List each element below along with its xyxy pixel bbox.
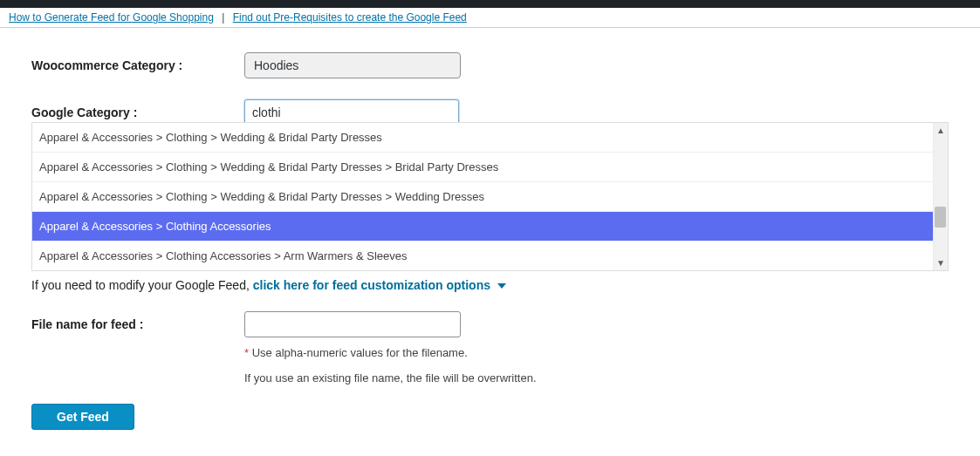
help-linkbar: How to Generate Feed for Google Shopping… [0, 8, 980, 28]
get-feed-button[interactable]: Get Feed [31, 404, 134, 430]
link-prerequisites[interactable]: Find out Pre-Requisites to create the Go… [233, 11, 467, 24]
row-filename: File name for feed : [31, 311, 949, 337]
filename-hint-1: * Use alpha-numeric values for the filen… [244, 346, 949, 359]
filename-input[interactable] [244, 311, 461, 337]
label-filename: File name for feed : [31, 317, 244, 331]
woocommerce-category-field[interactable]: Hoodies [244, 52, 461, 78]
hint-1-text: Use alpha-numeric values for the filenam… [249, 346, 468, 359]
chevron-down-icon[interactable] [497, 283, 506, 289]
google-category-dropdown: Apparel & Accessories > Clothing > Weddi… [31, 122, 949, 271]
dropdown-item[interactable]: Apparel & Accessories > Clothing > Weddi… [32, 153, 933, 182]
dropdown-item[interactable]: Apparel & Accessories > Clothing Accesso… [32, 212, 933, 242]
scroll-down-icon[interactable]: ▼ [934, 255, 949, 270]
feed-customization-link[interactable]: click here for feed customization option… [253, 278, 490, 292]
modify-feed-lead: If you need to modify your Google Feed, [31, 278, 253, 292]
separator: | [222, 11, 224, 24]
scroll-up-icon[interactable]: ▲ [934, 123, 949, 138]
link-how-to-generate[interactable]: How to Generate Feed for Google Shopping [9, 11, 214, 24]
admin-topbar [0, 0, 980, 8]
dropdown-item[interactable]: Apparel & Accessories > Clothing > Weddi… [32, 182, 933, 212]
scroll-thumb[interactable] [935, 207, 946, 228]
filename-hint-2: If you use an existing file name, the fi… [244, 371, 949, 385]
scrollbar[interactable]: ▲ ▼ [933, 123, 948, 270]
label-woocommerce-category: Woocommerce Category : [31, 58, 244, 72]
form-content: Woocommerce Category : Hoodies Google Ca… [0, 28, 980, 447]
label-google-category: Google Category : [31, 105, 244, 119]
dropdown-item[interactable]: Apparel & Accessories > Clothing Accesso… [32, 242, 933, 270]
row-woocommerce-category: Woocommerce Category : Hoodies [31, 52, 949, 78]
dropdown-list: Apparel & Accessories > Clothing > Weddi… [32, 123, 933, 270]
dropdown-item[interactable]: Apparel & Accessories > Clothing > Weddi… [32, 123, 933, 153]
modify-feed-row: If you need to modify your Google Feed, … [31, 278, 949, 292]
